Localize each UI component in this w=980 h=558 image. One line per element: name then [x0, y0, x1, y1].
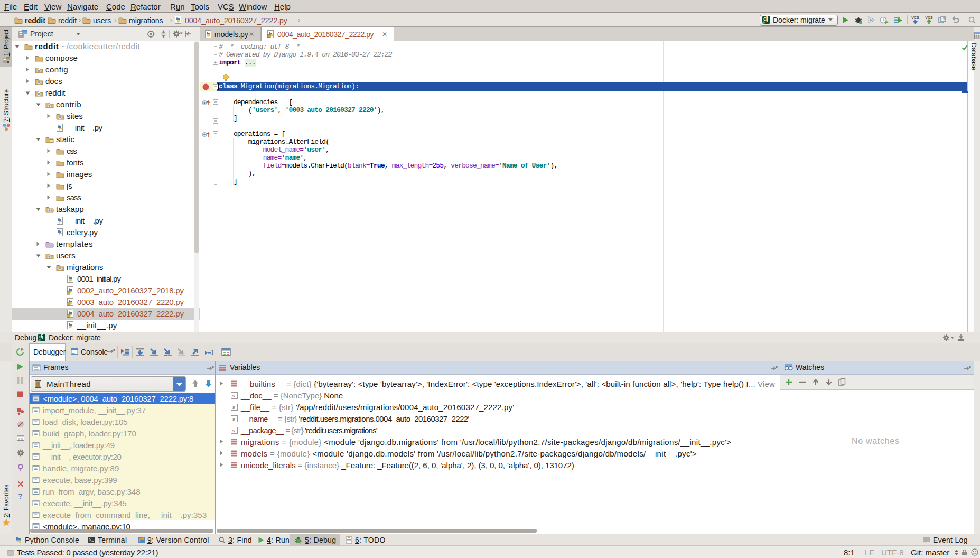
svg-text:s: s: [232, 394, 235, 399]
svg-text:VCS: VCS: [911, 16, 919, 20]
svg-text:s: s: [232, 429, 235, 434]
svg-text:s: s: [232, 405, 235, 411]
svg-text:s: s: [232, 417, 235, 422]
svg-text:I: I: [211, 349, 213, 356]
